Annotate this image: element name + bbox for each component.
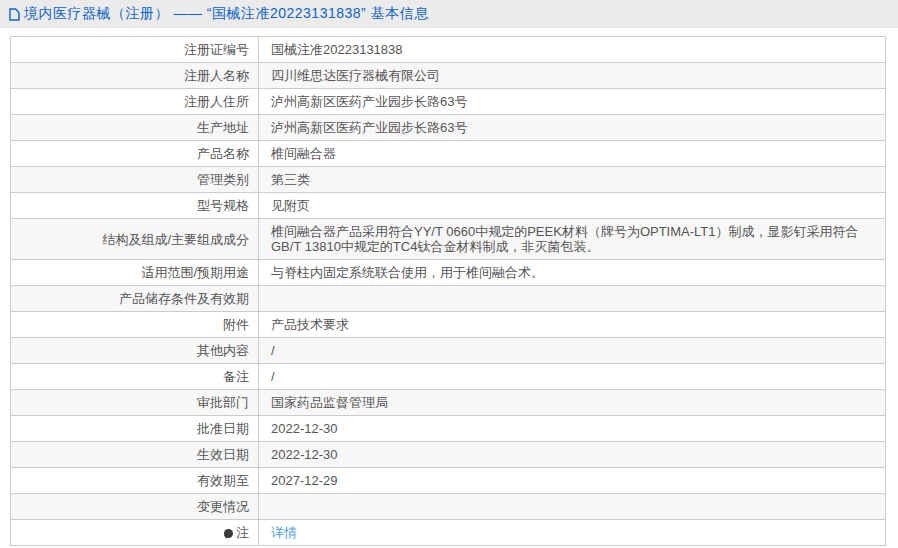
table-row: 附件产品技术要求 [11, 312, 886, 338]
row-label: 备注 [11, 364, 259, 390]
row-value: 椎间融合器产品采用符合YY/T 0660中规定的PEEK材料（牌号为OPTIMA… [259, 219, 886, 260]
row-value: 2022-12-30 [259, 416, 886, 442]
row-label-text: 产品名称 [197, 146, 249, 161]
row-value: 与脊柱内固定系统联合使用，用于椎间融合术。 [259, 260, 886, 286]
table-row: 生产地址泸州高新区医药产业园步长路63号 [11, 115, 886, 141]
table-row: 产品名称椎间融合器 [11, 141, 886, 167]
row-value [259, 286, 886, 312]
row-label: 管理类别 [11, 167, 259, 193]
row-label-text: 注册人名称 [184, 68, 249, 83]
row-label-text: 管理类别 [197, 172, 249, 187]
row-label: 生产地址 [11, 115, 259, 141]
table-row: 注详情 [11, 520, 886, 546]
registration-table-body: 注册证编号国械注准20223131838注册人名称四川维思达医疗器械有限公司注册… [11, 37, 886, 546]
header-bar: 境内医疗器械（注册） —— “国械注准20223131838” 基本信息 [0, 0, 898, 28]
row-label-text: 产品储存条件及有效期 [119, 291, 249, 306]
row-label: 注册人名称 [11, 63, 259, 89]
table-row: 变更情况 [11, 494, 886, 520]
row-label-text: 生产地址 [197, 120, 249, 135]
note-balloon-icon [224, 529, 233, 538]
table-row: 结构及组成/主要组成成分椎间融合器产品采用符合YY/T 0660中规定的PEEK… [11, 219, 886, 260]
row-label: 变更情况 [11, 494, 259, 520]
row-label-text: 备注 [223, 369, 249, 384]
row-label-text: 适用范围/预期用途 [141, 265, 249, 280]
row-label-text: 其他内容 [197, 343, 249, 358]
row-value: 详情 [259, 520, 886, 546]
row-label: 结构及组成/主要组成成分 [11, 219, 259, 260]
detail-link[interactable]: 详情 [271, 525, 297, 540]
row-value: 国家药品监督管理局 [259, 390, 886, 416]
row-label: 审批部门 [11, 390, 259, 416]
row-label: 注册人住所 [11, 89, 259, 115]
row-label: 注册证编号 [11, 37, 259, 63]
row-value: 见附页 [259, 193, 886, 219]
row-label-text: 注册人住所 [184, 94, 249, 109]
row-label: 产品储存条件及有效期 [11, 286, 259, 312]
row-label-text: 审批部门 [197, 395, 249, 410]
row-value: 泸州高新区医药产业园步长路63号 [259, 89, 886, 115]
row-value: 椎间融合器 [259, 141, 886, 167]
row-value: 2027-12-29 [259, 468, 886, 494]
row-label-text: 附件 [223, 317, 249, 332]
row-label-text: 注 [236, 525, 249, 540]
registration-info-table: 注册证编号国械注准20223131838注册人名称四川维思达医疗器械有限公司注册… [10, 36, 886, 546]
table-row: 注册证编号国械注准20223131838 [11, 37, 886, 63]
row-value: 2022-12-30 [259, 442, 886, 468]
table-row: 适用范围/预期用途与脊柱内固定系统联合使用，用于椎间融合术。 [11, 260, 886, 286]
row-label-text: 批准日期 [197, 421, 249, 436]
row-label: 产品名称 [11, 141, 259, 167]
table-row: 产品储存条件及有效期 [11, 286, 886, 312]
row-value: 泸州高新区医药产业园步长路63号 [259, 115, 886, 141]
table-row: 有效期至2027-12-29 [11, 468, 886, 494]
table-row: 备注/ [11, 364, 886, 390]
table-row: 批准日期2022-12-30 [11, 416, 886, 442]
table-row: 生效日期2022-12-30 [11, 442, 886, 468]
table-row: 注册人住所泸州高新区医药产业园步长路63号 [11, 89, 886, 115]
row-label: 附件 [11, 312, 259, 338]
page-title: 境内医疗器械（注册） —— “国械注准20223131838” 基本信息 [24, 5, 429, 23]
row-label-text: 注册证编号 [184, 42, 249, 57]
table-row: 管理类别第三类 [11, 167, 886, 193]
row-label: 注 [11, 520, 259, 546]
row-value: 四川维思达医疗器械有限公司 [259, 63, 886, 89]
row-label: 生效日期 [11, 442, 259, 468]
row-value: / [259, 364, 886, 390]
table-row: 其他内容/ [11, 338, 886, 364]
row-value [259, 494, 886, 520]
row-label-text: 生效日期 [197, 447, 249, 462]
row-label: 其他内容 [11, 338, 259, 364]
table-row: 注册人名称四川维思达医疗器械有限公司 [11, 63, 886, 89]
row-label: 型号规格 [11, 193, 259, 219]
row-label: 适用范围/预期用途 [11, 260, 259, 286]
row-label-text: 型号规格 [197, 198, 249, 213]
row-label-text: 变更情况 [197, 499, 249, 514]
row-label: 批准日期 [11, 416, 259, 442]
row-value: / [259, 338, 886, 364]
row-label-text: 结构及组成/主要组成成分 [102, 232, 249, 247]
document-icon [9, 8, 20, 21]
table-row: 审批部门国家药品监督管理局 [11, 390, 886, 416]
row-label-text: 有效期至 [197, 473, 249, 488]
row-value: 产品技术要求 [259, 312, 886, 338]
row-value: 国械注准20223131838 [259, 37, 886, 63]
row-value: 第三类 [259, 167, 886, 193]
row-label: 有效期至 [11, 468, 259, 494]
table-row: 型号规格见附页 [11, 193, 886, 219]
